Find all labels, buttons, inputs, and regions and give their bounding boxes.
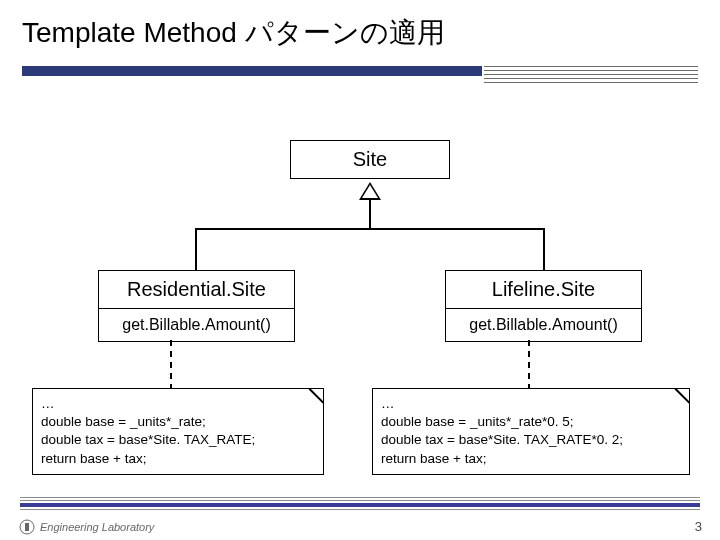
uml-note-left: … double base = _units*_rate; double tax… [32, 388, 324, 475]
class-name: Lifeline.Site [446, 271, 641, 308]
uml-class-site: Site [290, 140, 450, 179]
generalization-arrowhead [359, 182, 381, 200]
class-method: get.Billable.Amount() [446, 308, 641, 341]
lab-icon [18, 518, 36, 536]
uml-note-right: … double base = _units*_rate*0. 5; doubl… [372, 388, 690, 475]
note-line: … [41, 395, 315, 413]
class-name: Site [291, 141, 449, 178]
note-line: double tax = base*Site. TAX_RATE; [41, 431, 315, 449]
note-anchor-line [528, 340, 530, 390]
class-name: Residential.Site [99, 271, 294, 308]
footer-rule [20, 497, 700, 512]
note-line: double base = _units*_rate*0. 5; [381, 413, 681, 431]
class-method: get.Billable.Amount() [99, 308, 294, 341]
connector-line [543, 228, 545, 270]
footer-logo: Engineering Laboratory [18, 518, 154, 536]
uml-class-lifeline-site: Lifeline.Site get.Billable.Amount() [445, 270, 642, 342]
uml-class-residential-site: Residential.Site get.Billable.Amount() [98, 270, 295, 342]
note-line: return base + tax; [41, 450, 315, 468]
connector-line [369, 199, 371, 229]
svg-rect-1 [25, 523, 29, 531]
connector-line [195, 228, 197, 270]
footer-logo-text: Engineering Laboratory [40, 521, 154, 533]
connector-line [195, 228, 545, 230]
note-line: … [381, 395, 681, 413]
slide-number: 3 [695, 519, 702, 534]
note-line: double base = _units*_rate; [41, 413, 315, 431]
note-anchor-line [170, 340, 172, 390]
title-underline [22, 66, 698, 88]
note-line: double tax = base*Site. TAX_RATE*0. 2; [381, 431, 681, 449]
page-title: Template Method パターンの適用 [0, 0, 720, 60]
note-line: return base + tax; [381, 450, 681, 468]
